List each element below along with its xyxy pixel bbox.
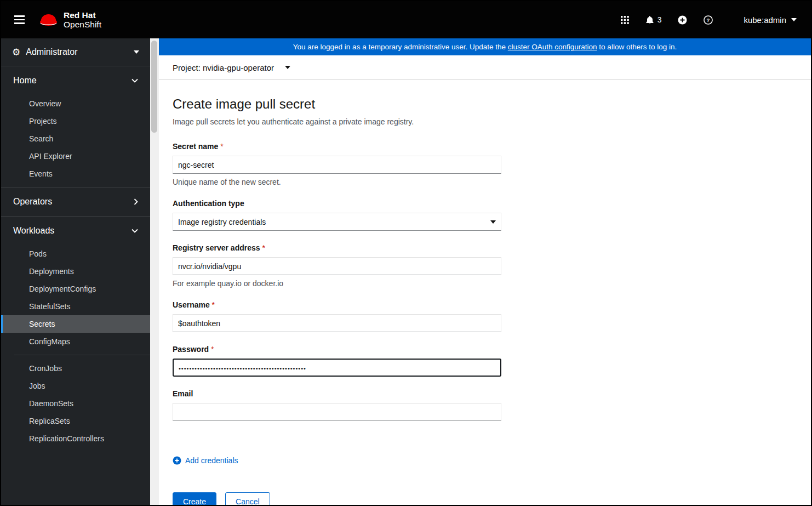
password-label-text: Password bbox=[173, 345, 209, 354]
required-asterisk: * bbox=[211, 345, 214, 354]
user-menu[interactable]: kube:admin bbox=[744, 15, 797, 25]
secret-name-input[interactable] bbox=[173, 156, 501, 174]
auth-type-label-text: Authentication type bbox=[173, 199, 244, 208]
bell-icon bbox=[645, 15, 654, 25]
cluster-oauth-configuration-link[interactable]: cluster OAuth configuration bbox=[508, 43, 597, 51]
sidebar-item-replicationcontrollers[interactable]: ReplicationControllers bbox=[1, 430, 150, 447]
registry-address-label-text: Registry server address bbox=[173, 243, 260, 252]
nav-section-home: Home Overview Projects Search API Explor… bbox=[1, 66, 150, 187]
username-label-text: Username bbox=[173, 300, 210, 309]
nav-section-workloads: Workloads Pods Deployments DeploymentCon… bbox=[1, 216, 150, 452]
add-credentials-link[interactable]: Add credentials bbox=[173, 456, 238, 465]
brand-redhat: Red Hat bbox=[64, 10, 101, 20]
nav-divider bbox=[14, 355, 150, 355]
notification-bell-button[interactable]: 3 bbox=[645, 15, 662, 25]
masthead: Red Hat OpenShift bbox=[1, 1, 811, 38]
secret-name-label: Secret name * bbox=[173, 142, 224, 151]
project-caret-down-icon[interactable] bbox=[285, 66, 290, 69]
add-circle-button[interactable] bbox=[678, 15, 687, 25]
perspective-switcher[interactable]: ⚙ Administrator bbox=[1, 38, 150, 66]
required-asterisk: * bbox=[220, 142, 223, 151]
redhat-fedora-icon bbox=[39, 13, 59, 27]
notification-count: 3 bbox=[657, 15, 662, 24]
chevron-right-icon bbox=[134, 198, 138, 205]
sidebar-item-deploymentconfigs[interactable]: DeploymentConfigs bbox=[1, 280, 150, 298]
help-button[interactable]: ? bbox=[704, 15, 713, 25]
email-label-text: Email bbox=[173, 389, 193, 398]
sidebar-item-deployments[interactable]: Deployments bbox=[1, 263, 150, 280]
secret-name-group: Secret name * Unique name of the new sec… bbox=[173, 141, 797, 186]
create-secret-form: Create image pull secret Image pull secr… bbox=[159, 80, 811, 505]
sidebar-nav: ⚙ Administrator Home Overview Projects S… bbox=[1, 38, 150, 505]
nav-group-workloads[interactable]: Workloads bbox=[1, 217, 150, 245]
banner-text-before: You are logged in as a temporary adminis… bbox=[293, 43, 508, 51]
email-label: Email bbox=[173, 389, 193, 398]
sidebar-item-api-explorer[interactable]: API Explorer bbox=[1, 147, 150, 165]
sidebar-item-search[interactable]: Search bbox=[1, 130, 150, 147]
nav-group-operators-label: Operators bbox=[13, 197, 52, 207]
sidebar-item-replicasets[interactable]: ReplicaSets bbox=[1, 412, 150, 430]
sidebar-item-events[interactable]: Events bbox=[1, 165, 150, 183]
chevron-down-icon bbox=[131, 78, 138, 83]
registry-address-input[interactable] bbox=[173, 257, 501, 275]
auth-type-select[interactable]: Image registry credentials bbox=[173, 213, 501, 231]
project-selector[interactable]: Project: nvidia-gpu-operator bbox=[173, 63, 274, 72]
sidebar-item-jobs[interactable]: Jobs bbox=[1, 377, 150, 395]
password-input[interactable] bbox=[173, 359, 501, 377]
registry-address-group: Registry server address * For example qu… bbox=[173, 243, 797, 288]
nav-group-operators[interactable]: Operators bbox=[1, 187, 150, 216]
email-group: Email bbox=[173, 389, 797, 421]
sidebar-item-statefulsets[interactable]: StatefulSets bbox=[1, 298, 150, 315]
plus-circle-icon bbox=[678, 15, 687, 25]
plus-circle-icon bbox=[173, 456, 181, 465]
caret-down-icon bbox=[791, 18, 797, 21]
password-group: Password * bbox=[173, 344, 797, 377]
question-circle-icon: ? bbox=[704, 15, 713, 25]
sidebar-item-secrets[interactable]: Secrets bbox=[1, 315, 150, 333]
nav-group-workloads-label: Workloads bbox=[13, 226, 54, 236]
username-label: Username * bbox=[173, 300, 215, 309]
cancel-button[interactable]: Cancel bbox=[225, 492, 270, 505]
gear-icon: ⚙ bbox=[12, 48, 20, 57]
auth-type-selected-value: Image registry credentials bbox=[178, 218, 266, 226]
form-actions: Create Cancel bbox=[173, 492, 797, 505]
banner-text-after: to allow others to log in. bbox=[597, 43, 677, 51]
create-button[interactable]: Create bbox=[173, 492, 216, 505]
apps-grid-icon[interactable] bbox=[621, 16, 629, 24]
page-title: Create image pull secret bbox=[173, 96, 797, 112]
sidebar-item-projects[interactable]: Projects bbox=[1, 112, 150, 130]
required-asterisk: * bbox=[262, 243, 265, 252]
perspective-label: Administrator bbox=[26, 47, 77, 57]
project-bar: Project: nvidia-gpu-operator bbox=[159, 55, 811, 80]
password-label: Password * bbox=[173, 345, 214, 354]
caret-down-icon bbox=[134, 50, 139, 54]
add-credentials-label: Add credentials bbox=[185, 456, 238, 465]
secret-name-label-text: Secret name bbox=[173, 142, 218, 151]
nav-group-home-label: Home bbox=[13, 76, 37, 86]
scrollbar-thumb[interactable] bbox=[151, 41, 157, 133]
sidebar-item-pods[interactable]: Pods bbox=[1, 245, 150, 263]
sidebar-item-overview[interactable]: Overview bbox=[1, 95, 150, 112]
redhat-openshift-logo[interactable]: Red Hat OpenShift bbox=[39, 10, 101, 29]
temp-admin-banner: You are logged in as a temporary adminis… bbox=[159, 38, 811, 55]
page-subtitle: Image pull secrets let you authenticate … bbox=[173, 117, 797, 126]
user-menu-label: kube:admin bbox=[744, 15, 786, 25]
brand-text: Red Hat OpenShift bbox=[64, 10, 101, 29]
secret-name-help: Unique name of the new secret. bbox=[173, 178, 797, 186]
brand-openshift: OpenShift bbox=[64, 20, 101, 29]
auth-type-label: Authentication type bbox=[173, 199, 244, 208]
username-input[interactable] bbox=[173, 314, 501, 332]
sidebar-item-daemonsets[interactable]: DaemonSets bbox=[1, 395, 150, 412]
sidebar-item-configmaps[interactable]: ConfigMaps bbox=[1, 333, 150, 350]
hamburger-menu-icon[interactable] bbox=[12, 13, 27, 26]
email-input[interactable] bbox=[173, 403, 501, 421]
required-asterisk: * bbox=[212, 300, 215, 309]
main-content: You are logged in as a temporary adminis… bbox=[159, 38, 811, 505]
openshift-console-window: Red Hat OpenShift bbox=[0, 0, 812, 506]
auth-type-group: Authentication type Image registry crede… bbox=[173, 198, 797, 231]
chevron-down-icon bbox=[131, 229, 138, 233]
registry-address-label: Registry server address * bbox=[173, 243, 265, 252]
sidebar-item-cronjobs[interactable]: CronJobs bbox=[1, 360, 150, 377]
registry-address-help: For example quay.io or docker.io bbox=[173, 279, 797, 288]
nav-group-home[interactable]: Home bbox=[1, 66, 150, 95]
